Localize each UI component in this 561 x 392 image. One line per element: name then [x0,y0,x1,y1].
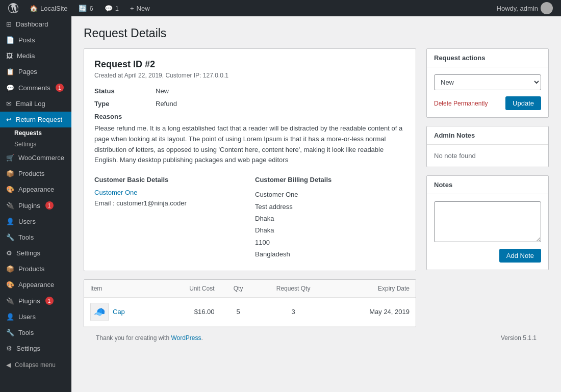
sidebar-item-woocommerce[interactable]: 🛒 WooCommerce [0,150,71,166]
add-note-button[interactable]: Add Note [499,249,541,263]
plugins-badge-1: 1 [45,201,54,210]
sidebar-item-products-2[interactable]: 📦 Products [0,261,71,277]
col-expiry-date: Expiry Date [331,280,416,298]
status-row: Status New [94,87,405,95]
billing-address: Test address [255,201,405,213]
request-actions-box: Request actions NewProcessingCompletedCa… [426,48,549,118]
footer-wp-link[interactable]: WordPress [171,334,201,342]
qty-cell: 5 [221,297,256,326]
product-thumbnail: 🧢 [90,303,109,321]
sidebar-item-plugins-1[interactable]: 🔌 Plugins 1 [0,197,71,214]
sidebar-item-media[interactable]: 🖼 Media [0,48,71,64]
sidebar-sub-settings[interactable]: Settings [0,139,71,150]
tools-icon-1: 🔧 [6,233,14,241]
status-value: New [156,87,405,95]
delete-permanently-link[interactable]: Delete Permanently [434,100,488,107]
no-note-text: No note found [434,152,541,160]
sidebar-item-users-1[interactable]: 👤 Users [0,214,71,229]
expiry-date-cell: May 24, 2019 [331,297,416,326]
footer: Thank you for creating with WordPress. V… [84,327,549,349]
comments-badge: 1 [56,84,64,92]
request-actions-title: Request actions [427,49,548,67]
pages-icon: 📋 [6,68,14,75]
footer-period: . [201,334,203,342]
adminbar-new[interactable]: + New [128,5,152,12]
plugins-icon-2: 🔌 [6,297,14,305]
users-icon-2: 👤 [6,313,14,321]
right-sidebar: Request actions NewProcessingCompletedCa… [426,48,549,278]
adminbar-howdy[interactable]: Howdy, admin [495,2,555,14]
customer-billing-details: Customer Billing Details Customer One Te… [255,176,405,260]
settings-icon-1: ⚙ [6,249,12,257]
sidebar: ⊞ Dashboard 📄 Posts 🖼 Media 📋 Pages 💬 Co… [0,16,71,392]
customer-billing-title: Customer Billing Details [255,176,405,184]
customer-email: Email : customer1@ninja.coder [94,199,245,207]
customer-basic-title: Customer Basic Details [94,176,245,184]
sidebar-item-comments[interactable]: 💬 Comments 1 [0,80,71,96]
request-details-card: Request ID #2 Created at April 22, 2019,… [84,48,416,271]
collapse-icon: ◀ [6,361,11,369]
admin-notes-box: Admin Notes No note found [426,126,549,167]
plugins-badge-2: 1 [45,297,54,305]
sidebar-sub-requests[interactable]: Requests [0,127,71,139]
status-select[interactable]: NewProcessingCompletedCancelled [434,74,541,90]
email-icon: ✉ [6,100,12,108]
comments-icon: 💬 [6,84,14,92]
sidebar-item-pages[interactable]: 📋 Pages [0,64,71,80]
sidebar-item-users-2[interactable]: 👤 Users [0,309,71,325]
col-qty: Qty [221,280,256,298]
billing-info: Customer One Test address Dhaka Dhaka 11… [255,189,405,260]
page-title: Request Details [84,27,549,40]
type-row: Type Refund [94,100,405,108]
adminbar-site-name[interactable]: 🏠 LocalSite [28,5,69,12]
dashboard-icon: ⊞ [6,20,12,28]
sidebar-item-dashboard[interactable]: ⊞ Dashboard [0,16,71,32]
request-created: Created at April 22, 2019, Customer IP: … [94,72,405,79]
col-item: Item [84,280,160,298]
tools-icon-2: 🔧 [6,329,14,336]
product-name-link[interactable]: Cap [113,308,125,316]
billing-city1: Dhaka [255,213,405,224]
billing-name: Customer One [255,189,405,200]
sidebar-item-plugins-2[interactable]: 🔌 Plugins 1 [0,293,71,309]
woo-icon: 🛒 [6,154,14,162]
update-button[interactable]: Update [505,96,541,110]
type-label: Type [94,100,156,108]
reasons-label: Reasons [94,113,405,120]
customer-basic-details: Customer Basic Details Customer One Emai… [94,176,245,260]
admin-bar: 🏠 LocalSite 🔄 6 💬 1 + New Howdy, admin [0,0,561,16]
notes-title: Notes [427,176,548,194]
items-table-wrap: Item Unit Cost Qty Request Qty Expiry Da… [84,279,416,327]
col-request-qty: Request Qty [256,280,331,298]
notes-box: Notes Add Note [426,175,549,270]
col-unit-cost: Unit Cost [160,280,221,298]
customer-name-link[interactable]: Customer One [94,189,138,196]
sidebar-item-tools-1[interactable]: 🔧 Tools [0,229,71,245]
admin-notes-title: Admin Notes [427,126,548,145]
sidebar-item-settings-1[interactable]: ⚙ Settings [0,245,71,261]
posts-icon: 📄 [6,36,14,44]
main-content: Request Details Request ID #2 Created at… [71,16,561,392]
footer-version: Version 5.1.1 [501,334,537,342]
sidebar-item-products-1[interactable]: 📦 Products [0,166,71,181]
adminbar-wp-logo[interactable] [6,3,20,13]
appearance-icon-2: 🎨 [6,281,14,289]
adminbar-comments[interactable]: 💬 1 [103,5,121,12]
footer-thank-you: Thank you for creating with [96,334,171,342]
collapse-menu-button[interactable]: ◀ Collapse menu [0,356,71,374]
sidebar-item-return-request[interactable]: ↩ Return Request [0,112,71,127]
users-icon-1: 👤 [6,218,14,225]
sidebar-item-tools-2[interactable]: 🔧 Tools [0,325,71,341]
sidebar-item-appearance-1[interactable]: 🎨 Appearance [0,181,71,197]
sidebar-item-settings-2[interactable]: ⚙ Settings [0,341,71,356]
notes-textarea[interactable] [434,201,541,242]
billing-city2: Dhaka [255,224,405,236]
type-value: Refund [156,100,405,108]
adminbar-updates[interactable]: 🔄 6 [76,5,95,12]
products-icon-2: 📦 [6,265,14,273]
sidebar-item-appearance-2[interactable]: 🎨 Appearance [0,277,71,293]
unit-cost-cell: $16.00 [160,297,221,326]
sidebar-item-posts[interactable]: 📄 Posts [0,32,71,48]
products-icon-1: 📦 [6,170,14,177]
sidebar-item-email-log[interactable]: ✉ Email Log [0,96,71,112]
